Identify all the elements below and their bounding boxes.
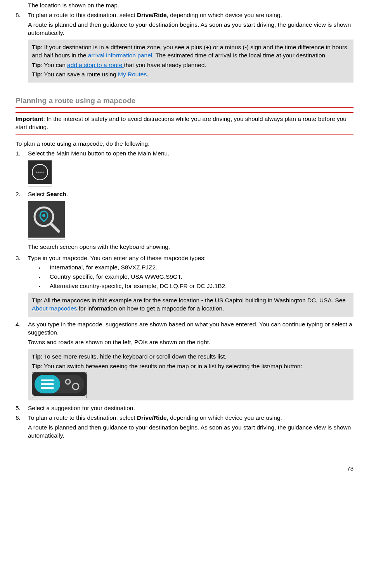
tip-label: Tip: [32, 62, 41, 68]
step-1-text: Select the Main Menu button to open the …: [28, 150, 169, 157]
step-number: 1.: [16, 150, 28, 186]
page-number: 73: [16, 465, 353, 472]
tip-label: Tip: [32, 44, 41, 50]
text: .: [66, 191, 68, 197]
text: : All the mapcodes in this example are f…: [41, 297, 346, 303]
bullet-alt-country: ▪Alternative country-specific, for examp…: [28, 282, 353, 290]
svg-point-3: [38, 171, 40, 172]
step-5-text: Select a suggestion for your destination…: [28, 405, 135, 411]
step-8: 8. To plan a route to this destination, …: [16, 11, 353, 85]
drive-ride-bold: Drive/Ride: [137, 414, 167, 421]
step-2: 2. Select Search. The search screen open…: [16, 190, 353, 253]
text: To plan a route to this destination, sel…: [28, 12, 137, 18]
tip-label: Tip: [32, 353, 41, 360]
svg-point-5: [42, 171, 43, 172]
text: that you have already planned.: [124, 62, 206, 68]
text: To plan a route to this destination, sel…: [28, 414, 137, 421]
search-bold: Search: [46, 191, 66, 197]
plan-intro: To plan a route using a mapcode, do the …: [16, 140, 353, 148]
step-5: 5. Select a suggestion for your destinat…: [16, 404, 353, 412]
text: Country-specific, for example, USA WW6G.…: [50, 273, 353, 281]
text: The location is shown on the map.: [28, 2, 119, 9]
text: .: [147, 71, 148, 78]
text: : You can save a route using: [41, 71, 118, 78]
main-menu-icon: [28, 160, 52, 186]
drive-ride-bold: Drive/Ride: [137, 12, 167, 18]
step-number: 2.: [16, 190, 28, 253]
svg-point-9: [42, 214, 45, 217]
arrival-info-panel-link[interactable]: arrival information panel: [88, 52, 152, 59]
important-box: Important: In the interest of safety and…: [16, 112, 353, 134]
intro-location-line: The location is shown on the map.: [16, 2, 353, 10]
step-8-para: A route is planned and then guidance to …: [28, 21, 353, 37]
add-stop-link[interactable]: add a stop to a route: [67, 62, 124, 68]
tip-box-1: Tip: If your destination is in a differe…: [28, 40, 353, 83]
list-map-toggle-icon: [32, 372, 87, 398]
bullet-international: ▪International, for example, S8VXZ.PJZ2.: [28, 264, 353, 272]
text: : To see more results, hide the keyboard…: [41, 353, 227, 360]
step-number: 3.: [16, 254, 28, 319]
step-2-para: The search screen opens with the keyboar…: [28, 243, 353, 251]
step-3: 3. Type in your mapcode. You can enter a…: [16, 254, 353, 319]
step-3-text: Type in your mapcode. You can enter any …: [28, 255, 206, 261]
about-mapcodes-link[interactable]: About mapcodes: [32, 305, 77, 312]
tip-label: Tip: [32, 71, 41, 78]
step-number: 4.: [16, 321, 28, 403]
important-label: Important: [16, 116, 43, 122]
text: : You can switch between seeing the resu…: [41, 363, 302, 369]
text: International, for example, S8VXZ.PJZ2.: [50, 264, 353, 272]
step-4: 4. As you type in the mapcode, suggestio…: [16, 321, 353, 403]
text: for information on how to get a mapcode …: [77, 305, 224, 312]
my-routes-link[interactable]: My Routes: [118, 71, 147, 78]
step-number: 8.: [16, 11, 28, 85]
text: . The estimated time of arrival is the l…: [152, 52, 327, 59]
tip-box-3: Tip: To see more results, hide the keybo…: [28, 349, 353, 401]
step-number: 6.: [16, 414, 28, 441]
text: Alternative country-specific, for exampl…: [50, 282, 353, 290]
step-6: 6. To plan a route to this destination, …: [16, 414, 353, 441]
text: , depending on which device you are usin…: [167, 12, 282, 18]
svg-point-4: [40, 171, 42, 172]
step-1: 1. Select the Main Menu button to open t…: [16, 150, 353, 186]
text: : You can: [41, 62, 67, 68]
tip-label: Tip: [32, 363, 41, 369]
section-heading: Planning a route using a mapcode: [16, 96, 353, 108]
bullet-country: ▪Country-specific, for example, USA WW6G…: [28, 273, 353, 281]
important-text: : In the interest of safety and to avoid…: [16, 116, 346, 130]
text: Select: [28, 191, 46, 197]
step-6-para: A route is planned and then guidance to …: [28, 424, 353, 440]
step-4-text: As you type in the mapcode, suggestions …: [28, 321, 352, 336]
tip-label: Tip: [32, 297, 41, 303]
step-number: 5.: [16, 404, 28, 412]
step-4-para: Towns and roads are shown on the left, P…: [28, 338, 353, 347]
tip-box-2: Tip: All the mapcodes in this example ar…: [28, 293, 353, 317]
search-icon: [28, 201, 65, 240]
svg-point-2: [36, 171, 37, 172]
text: , depending on which device you are usin…: [167, 414, 282, 421]
